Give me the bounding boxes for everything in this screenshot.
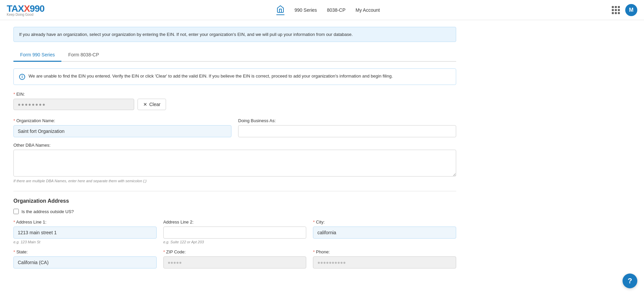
address1-field: * Address Line 1: e.g. 123 Main St [13, 219, 157, 244]
outside-us-label: Is the address outside US? [21, 209, 74, 214]
ein-label: * EIN: [13, 92, 456, 97]
org-name-input[interactable] [13, 125, 231, 137]
state-field: * State: [13, 249, 157, 268]
form-tabs: Form 990 Series Form 8038-CP [13, 49, 456, 62]
state-input[interactable] [13, 256, 157, 268]
ein-required: * [13, 92, 15, 97]
dba-field: Doing Business As: [238, 118, 456, 137]
main-content: If you already have an organization, sel… [0, 20, 470, 281]
nav-8038cp[interactable]: 8038-CP [327, 7, 345, 13]
logo[interactable]: TAXX990 Keep Doing Good [7, 3, 44, 16]
dba-input[interactable] [238, 125, 456, 137]
ein-section: * EIN: ✕ Clear [13, 92, 456, 110]
address1-hint: e.g. 123 Main St [13, 240, 157, 244]
address-section-title: Organization Address [13, 198, 456, 204]
info-banner: If you already have an organization, sel… [13, 27, 456, 42]
address2-hint: e.g. Suite 122 or Apt 203 [163, 240, 307, 244]
logo-x: X [24, 3, 30, 14]
apps-grid-icon[interactable] [612, 6, 620, 14]
city-label: * City: [313, 219, 456, 225]
other-dba-section: Other DBA Names: If there are multiple D… [13, 143, 456, 183]
logo-subtitle: Keep Doing Good [7, 13, 44, 16]
nav-990-series[interactable]: 990 Series [294, 7, 317, 13]
address2-field: Address Line 2: e.g. Suite 122 or Apt 20… [163, 219, 307, 244]
header: TAXX990 Keep Doing Good 990 Series 8038-… [0, 0, 644, 20]
other-dba-label: Other DBA Names: [13, 143, 456, 148]
address1-input[interactable] [13, 227, 157, 239]
nav-my-account[interactable]: My Account [356, 7, 380, 13]
ein-input[interactable] [13, 99, 134, 110]
zip-input[interactable] [163, 256, 307, 268]
help-button[interactable]: ? [623, 274, 637, 281]
alert-info-icon: i [19, 74, 25, 80]
tab-form-8038cp[interactable]: Form 8038-CP [61, 49, 106, 62]
dba-label: Doing Business As: [238, 118, 456, 123]
info-banner-text: If you already have an organization, sel… [19, 32, 353, 37]
alert-banner-text: We are unable to find the EIN you entere… [29, 73, 393, 79]
header-nav: 990 Series 8038-CP My Account [276, 5, 380, 15]
address1-label: * Address Line 1: [13, 219, 157, 225]
address-row-1: * Address Line 1: e.g. 123 Main St Addre… [13, 219, 456, 244]
tab-form-990-series[interactable]: Form 990 Series [13, 49, 61, 62]
address2-label: Address Line 2: [163, 219, 307, 225]
state-label: * State: [13, 249, 157, 254]
clear-button[interactable]: ✕ Clear [138, 99, 166, 110]
outside-us-checkbox[interactable] [13, 209, 19, 214]
zip-label: * ZIP Code: [163, 249, 307, 254]
city-field: * City: [313, 219, 456, 244]
clear-x-icon: ✕ [143, 102, 147, 107]
address-row-2: * State: * ZIP Code: * Phone: [13, 249, 456, 268]
other-dba-textarea[interactable] [13, 150, 456, 177]
org-name-dba-row: * Organization Name: Doing Business As: [13, 118, 456, 137]
zip-field: * ZIP Code: [163, 249, 307, 268]
phone-label: * Phone: [313, 249, 456, 254]
avatar[interactable]: M [625, 4, 637, 16]
outside-us-row: Is the address outside US? [13, 209, 456, 214]
header-right: M [612, 4, 637, 16]
section-divider [13, 191, 456, 191]
other-dba-hint: If there are multiple DBA Names, enter h… [13, 179, 456, 183]
nav-home-icon[interactable] [276, 5, 284, 15]
phone-input[interactable] [313, 256, 456, 268]
org-name-label: * Organization Name: [13, 118, 231, 123]
ein-row: ✕ Clear [13, 99, 456, 110]
address2-input[interactable] [163, 227, 307, 239]
city-input[interactable] [313, 227, 456, 239]
phone-field: * Phone: [313, 249, 456, 268]
alert-banner: i We are unable to find the EIN you ente… [13, 68, 456, 85]
org-name-field: * Organization Name: [13, 118, 231, 137]
